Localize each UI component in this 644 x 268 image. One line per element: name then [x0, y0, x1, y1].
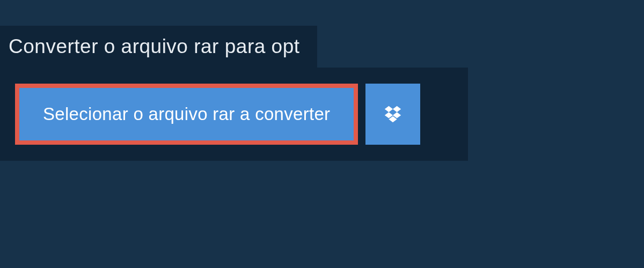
select-file-button[interactable]: Selecionar o arquivo rar a converter — [15, 84, 358, 145]
tab-bar: Converter o arquivo rar para opt — [0, 26, 644, 68]
select-file-label: Selecionar o arquivo rar a converter — [43, 104, 330, 124]
tab-title: Converter o arquivo rar para opt — [9, 35, 300, 57]
converter-panel: Selecionar o arquivo rar a converter — [0, 68, 468, 161]
dropbox-icon — [383, 104, 403, 124]
button-row: Selecionar o arquivo rar a converter — [15, 84, 453, 145]
dropbox-button[interactable] — [365, 84, 420, 145]
tab-convert[interactable]: Converter o arquivo rar para opt — [0, 26, 317, 68]
